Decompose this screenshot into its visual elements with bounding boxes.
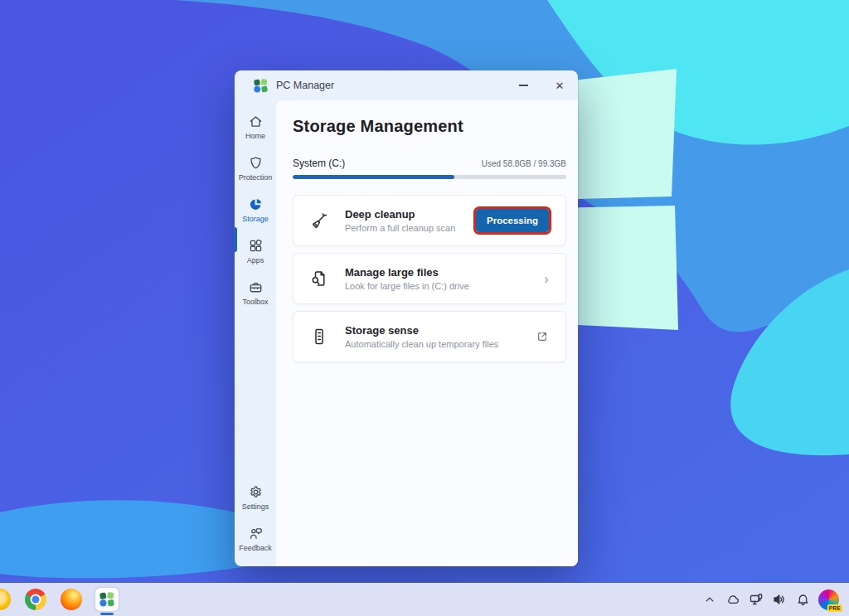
card-deep-cleanup: Deep cleanup Perform a full cleanup scan… — [293, 195, 566, 246]
broom-icon — [309, 211, 329, 230]
disk-usage-bar — [293, 175, 566, 179]
chevron-right-icon: › — [544, 272, 549, 286]
sidebar-item-home[interactable]: Home — [235, 114, 276, 145]
sidebar-item-label: Protection — [239, 173, 273, 182]
storage-cards: Deep cleanup Perform a full cleanup scan… — [293, 195, 566, 362]
disk-usage-row: System (C:) Used 58.8GB / 99.3GB — [293, 158, 566, 169]
card-subtitle: Automatically clean up temporary files — [345, 339, 498, 349]
sidebar-item-label: Toolbox — [242, 298, 268, 306]
card-manage-large-files[interactable]: Manage large files Look for large files … — [293, 253, 566, 304]
window-title: PC Manager — [276, 80, 334, 91]
sidebar-item-label: Feedback — [239, 544, 272, 552]
hidden-icons-chevron-icon[interactable] — [702, 592, 717, 607]
sidebar-item-apps[interactable]: Apps — [235, 238, 276, 269]
card-storage-sense[interactable]: Storage sense Automatically clean up tem… — [293, 311, 566, 362]
copilot-icon[interactable]: PRE — [818, 589, 839, 610]
sidebar-nav: Home Protection Storage — [235, 100, 276, 566]
chrome-icon — [25, 589, 46, 610]
card-title: Manage large files — [345, 266, 469, 279]
card-title: Deep cleanup — [345, 208, 455, 221]
taskbar: PRE — [0, 583, 849, 616]
pie-chart-icon — [248, 196, 264, 212]
storage-drive-icon — [309, 327, 329, 347]
sidebar-item-storage[interactable]: Storage — [235, 196, 276, 228]
active-nav-indicator — [235, 227, 237, 252]
sidebar-item-label: Home — [245, 132, 265, 140]
card-subtitle: Look for large files in (C:) drive — [345, 281, 469, 291]
sidebar-item-label: Settings — [242, 502, 269, 511]
storage-management-panel: Storage Management System (C:) Used 58.8… — [276, 100, 578, 566]
toolbox-icon — [248, 279, 264, 295]
network-icon[interactable] — [749, 592, 764, 607]
minimize-icon — [519, 85, 528, 85]
file-search-icon — [309, 269, 329, 289]
pc-manager-logo-icon — [254, 79, 268, 93]
taskbar-app-pc-manager[interactable] — [95, 588, 119, 611]
taskbar-app-chrome[interactable] — [24, 588, 47, 611]
notifications-bell-icon[interactable] — [795, 592, 810, 607]
close-button[interactable]: ✕ — [541, 70, 578, 100]
onedrive-cloud-icon[interactable] — [725, 592, 740, 607]
close-icon: ✕ — [555, 80, 565, 91]
pc-manager-window: PC Manager ✕ Home — [235, 70, 578, 566]
disk-usage-text: Used 58.8GB / 99.3GB — [482, 159, 566, 168]
card-title: Storage sense — [345, 324, 498, 337]
pc-manager-icon — [99, 592, 114, 607]
sidebar-item-feedback[interactable]: Feedback — [235, 526, 276, 557]
sidebar-item-protection[interactable]: Protection — [235, 155, 276, 187]
sidebar-item-label: Apps — [247, 256, 264, 264]
feedback-icon — [248, 526, 264, 541]
disk-usage-fill — [293, 175, 454, 179]
system-tray: PRE — [702, 589, 849, 610]
home-icon — [248, 114, 264, 129]
sidebar-footer: Settings Feedback — [235, 484, 276, 557]
minimize-button[interactable] — [505, 70, 541, 100]
taskbar-app-chrome-gold[interactable] — [0, 588, 12, 611]
copilot-pre-badge: PRE — [827, 604, 842, 612]
apps-grid-icon — [248, 238, 264, 254]
card-subtitle: Perform a full cleanup scan — [345, 223, 455, 233]
sidebar-item-label: Storage — [242, 215, 269, 223]
sidebar-item-toolbox[interactable]: Toolbox — [235, 279, 276, 311]
desktop-screen: PC Manager ✕ Home — [0, 0, 849, 616]
chrome-gold-icon — [0, 589, 11, 610]
window-titlebar[interactable]: PC Manager ✕ — [235, 70, 578, 100]
processing-button[interactable]: Processing — [476, 209, 549, 232]
external-link-icon — [536, 330, 549, 343]
page-title: Storage Management — [293, 117, 566, 136]
taskbar-app-firefox[interactable] — [60, 588, 83, 611]
sidebar-item-settings[interactable]: Settings — [235, 484, 276, 516]
volume-icon[interactable] — [772, 592, 787, 607]
disk-label: System (C:) — [293, 158, 345, 169]
shield-icon — [248, 155, 264, 171]
gear-icon — [248, 484, 264, 500]
taskbar-app-icons — [0, 588, 119, 611]
firefox-icon — [61, 589, 82, 610]
